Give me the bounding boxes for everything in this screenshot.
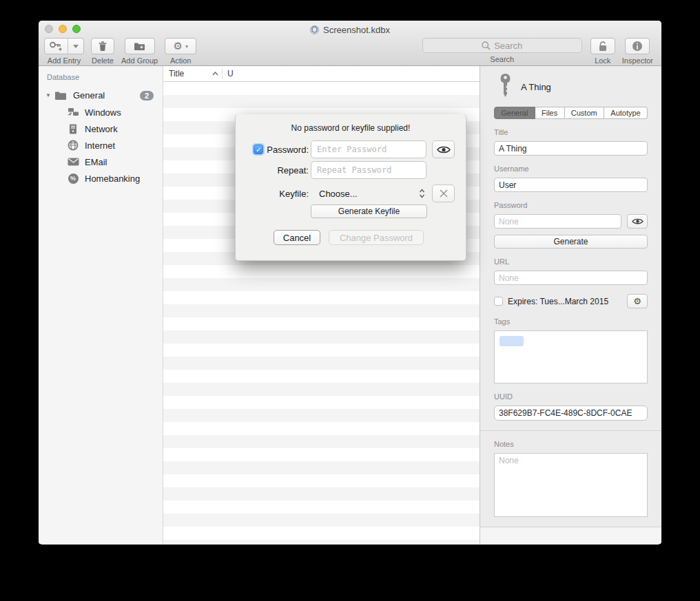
url-field[interactable] [494,271,648,285]
column-header-username[interactable]: U [223,69,234,78]
tab-general[interactable]: General [494,107,535,119]
inspector-label: Inspector [622,56,653,65]
password-checkbox[interactable]: ✓ [254,145,263,154]
globe-icon [67,140,79,151]
username-label: Username [494,165,648,173]
add-group-button[interactable] [125,38,155,54]
window-title: Screenshot.kdbx [323,25,390,35]
sort-ascending-icon [212,72,218,76]
table-header: Title U [163,66,480,82]
change-password-dialog: No password or keyfile supplied! ✓ Passw… [235,114,466,261]
sidebar-item-label: Homebanking [85,173,140,184]
divider [480,430,661,431]
tab-custom[interactable]: Custom [565,107,604,119]
inspector-panel: A Thing General Files Custom Autotype Ti… [480,66,661,544]
reveal-password-button[interactable] [627,214,648,229]
info-icon [632,41,643,52]
action-button[interactable]: ⚙ ▾ [165,38,196,54]
minimize-button[interactable] [59,25,67,33]
eye-icon [632,218,644,225]
keyfile-selected-value: Choose... [319,189,358,199]
document-icon [310,25,319,34]
title-label: Title [494,128,648,136]
add-entry-button[interactable] [44,38,84,54]
password-label: Password [494,201,648,209]
tags-label: Tags [494,317,648,326]
expires-options-button[interactable]: ⚙ [627,294,648,308]
unlocked-padlock-icon [598,41,608,52]
sidebar-group-email[interactable]: EMail [39,154,163,170]
search-placeholder: Search [494,41,522,51]
folder-plus-icon [134,42,145,51]
delete-button[interactable] [91,38,114,54]
sidebar-item-label: Windows [85,107,121,118]
lock-label: Lock [595,56,610,65]
generate-password-button[interactable]: Generate [494,235,648,249]
tags-field[interactable] [494,330,648,383]
close-button[interactable] [45,25,53,33]
sidebar-group-homebanking[interactable]: % Homebanking [39,170,163,187]
password-field[interactable] [494,214,621,229]
sidebar-group-label: General [73,90,105,101]
add-entry-dropdown-arrow-icon[interactable] [68,39,83,54]
change-password-button[interactable]: Change Password [329,230,424,245]
sidebar-item-label: Internet [85,140,115,151]
gear-icon: ⚙ [633,297,641,306]
inspector-button[interactable] [625,38,650,54]
key-plus-icon [45,39,68,54]
sidebar-item-label: Network [85,124,118,134]
disclosure-triangle-icon[interactable]: ▼ [45,92,54,98]
zoom-button[interactable] [72,25,81,33]
expires-checkbox[interactable] [494,297,503,306]
tag-token[interactable] [500,336,524,346]
windows-network-icon [67,107,79,117]
close-x-icon [439,189,449,198]
eye-icon [437,145,451,154]
server-icon [67,124,79,134]
entry-title: A Thing [521,82,551,92]
inspector-tabs: General Files Custom Autotype [494,107,648,119]
search-input[interactable]: Search [422,38,582,53]
repeat-password-input[interactable] [311,161,426,179]
title-field[interactable] [494,141,648,156]
traffic-lights [45,25,81,33]
generate-keyfile-button[interactable]: Generate Keyfile [311,204,427,218]
titlebar: Screenshot.kdbx [39,21,661,35]
dialog-message: No password or keyfile supplied! [236,123,466,133]
key-icon [500,74,511,100]
envelope-icon [67,158,79,166]
uuid-field[interactable] [494,405,648,421]
enter-password-input[interactable] [311,140,426,158]
keyfile-popup[interactable]: Choose... [311,184,426,202]
dialog-repeat-label: Repeat: [277,165,309,176]
window-chrome: Screenshot.kdbx Add Entry Delete [39,21,661,66]
search-icon [482,41,491,50]
gear-icon: ⚙ [173,41,182,52]
folder-icon [54,91,67,101]
delete-label: Delete [92,56,114,65]
tab-autotype[interactable]: Autotype [604,107,648,119]
reveal-dialog-password-button[interactable] [432,140,455,158]
uuid-label: UUID [494,392,648,401]
lock-button[interactable] [590,38,615,54]
tab-files[interactable]: Files [535,107,565,119]
inspector-footer [480,527,661,544]
sidebar-group-network[interactable]: Network [39,120,163,137]
sidebar-group-windows[interactable]: Windows [39,104,163,120]
sidebar-group-general[interactable]: ▼ General 2 [39,87,163,104]
notes-label: Notes [494,440,648,448]
url-label: URL [494,257,648,266]
toolbar: Add Entry Delete Add Group ⚙ ▾ Action [39,35,661,65]
sidebar-header: Database [39,73,163,81]
notes-field[interactable] [494,453,648,517]
percent-icon: % [67,173,79,184]
app-window: Screenshot.kdbx Add Entry Delete [39,21,661,545]
sidebar: Database ▼ General 2 Windows Network [39,66,163,544]
search-label: Search [490,55,514,63]
column-header-title[interactable]: Title [163,66,222,81]
cancel-button[interactable]: Cancel [274,230,320,245]
username-field[interactable] [494,178,648,192]
clear-keyfile-button[interactable] [432,184,455,202]
sidebar-group-internet[interactable]: Internet [39,137,163,154]
stepper-icon [419,189,425,198]
